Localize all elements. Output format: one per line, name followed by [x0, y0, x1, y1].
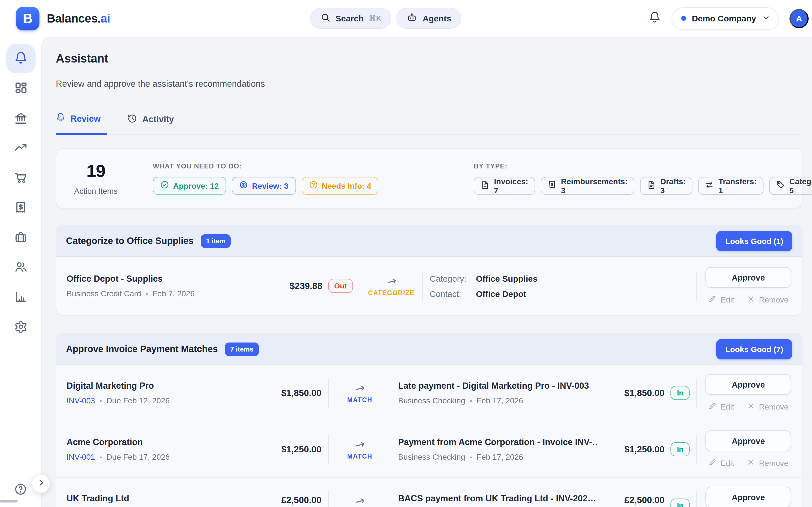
badge-approve-count[interactable]: Approve: 12	[153, 177, 226, 194]
notifications-button[interactable]	[649, 11, 661, 25]
badge-type-drafts[interactable]: Drafts: 3	[640, 177, 693, 194]
match-label: MATCH	[347, 453, 372, 460]
briefcase-icon	[14, 230, 28, 245]
company-switcher[interactable]: Demo Company	[672, 7, 779, 30]
approve-button[interactable]: Approve	[705, 374, 791, 395]
arrow-right-icon: →	[354, 382, 366, 395]
receipt-dollar-icon	[14, 200, 28, 216]
approve-button[interactable]: Approve	[705, 487, 791, 507]
remove-button[interactable]: Remove	[747, 458, 788, 468]
app-window: B Balances.ai Search ⌘K Agents	[0, 0, 812, 507]
close-icon	[747, 458, 755, 468]
pencil-icon	[708, 458, 717, 468]
sidebar-scrollbar-thumb[interactable]	[0, 500, 17, 503]
contact-value: Office Depot	[476, 289, 526, 298]
badge-needs-info-count[interactable]: Needs Info: 4	[301, 177, 378, 194]
pencil-icon	[708, 402, 717, 412]
transaction-name: Office Depot - Supplies	[66, 274, 247, 284]
sidebar-item-purchases[interactable]	[6, 163, 35, 193]
remove-button[interactable]: Remove	[747, 402, 788, 412]
transfer-arrows-icon	[705, 180, 714, 191]
edit-button[interactable]: Edit	[708, 458, 734, 468]
due-date: Due Feb 17, 2026	[107, 452, 170, 461]
badge-type-reimbursements[interactable]: Reimbursements: 3	[541, 177, 635, 194]
chevron-right-icon	[36, 478, 45, 489]
check-circle-icon	[160, 180, 169, 191]
looks-good-button[interactable]: Looks Good (1)	[716, 231, 792, 251]
sidebar-item-trends[interactable]	[6, 133, 35, 163]
payment-description: BACS payment from UK Trading Ltd - INV-2…	[398, 494, 598, 504]
badge-type-invoices[interactable]: Invoices: 7	[474, 177, 535, 194]
sidebar-item-settings[interactable]	[6, 313, 35, 342]
sidebar-item-reports[interactable]	[6, 283, 35, 312]
file-icon	[647, 180, 656, 191]
sidebar-expand-button[interactable]	[32, 474, 50, 493]
table-row: UK Trading Ltd INV-2024-020Due Feb 19, 2…	[56, 478, 802, 507]
vendor-name: Acme Corporation	[66, 437, 247, 447]
divider	[138, 160, 138, 196]
app-shell: Assistant Review and approve the assista…	[0, 37, 812, 507]
users-icon	[14, 260, 28, 275]
payment-amount: $1,850.00	[624, 388, 665, 398]
approve-button[interactable]: Approve	[705, 431, 791, 451]
transaction-amount: $239.88	[290, 281, 322, 291]
divider	[696, 435, 697, 464]
history-icon	[128, 114, 137, 125]
sidebar-item-dashboard[interactable]	[6, 74, 35, 103]
top-header: B Balances.ai Search ⌘K Agents	[0, 0, 812, 37]
badge-review-count[interactable]: Review: 3	[232, 177, 296, 194]
match-label: MATCH	[347, 397, 372, 403]
brand: B Balances.ai	[0, 6, 110, 30]
bar-chart-icon	[14, 290, 28, 305]
badge-type-transfers[interactable]: Transfers: 1	[698, 177, 763, 194]
tab-review[interactable]: Review	[56, 113, 107, 135]
sidebar-item-invoices[interactable]	[6, 193, 35, 223]
vendor-name: UK Trading Ltd	[66, 494, 247, 504]
edit-button[interactable]: Edit	[708, 402, 734, 412]
help-circle-icon	[309, 180, 318, 191]
section-title: Approve Invoice Payment Matches	[66, 344, 218, 354]
close-icon	[747, 295, 755, 305]
arrow-right-icon: →	[386, 275, 397, 288]
section-header: Approve Invoice Payment Matches 7 items …	[56, 334, 802, 365]
trending-up-icon	[14, 140, 28, 156]
sidebar-item-contacts[interactable]	[6, 253, 35, 282]
table-row: Acme Corporation INV-001Due Feb 17, 2026…	[56, 421, 802, 478]
direction-in-pill: In	[671, 442, 690, 456]
invoice-link[interactable]: INV-003	[66, 396, 95, 405]
payment-description: Late payment - Digital Marketing Pro - I…	[398, 381, 598, 391]
invoice-link[interactable]: INV-001	[66, 452, 95, 461]
table-row: Office Depot - Supplies Business Credit …	[56, 257, 802, 315]
badge-type-categories[interactable]: Categories: 5	[769, 177, 812, 194]
remove-button[interactable]: Remove	[747, 295, 788, 305]
edit-button[interactable]: Edit	[708, 295, 734, 305]
sidebar-item-notifications[interactable]	[6, 44, 35, 73]
search-button[interactable]: Search ⌘K	[310, 8, 392, 29]
search-icon	[320, 12, 331, 24]
due-date: Due Feb 12, 2026	[107, 396, 170, 405]
robot-icon	[407, 12, 417, 24]
payment-amount: $1,250.00	[624, 444, 665, 454]
account-name: Business Checking	[398, 452, 465, 461]
sidebar-item-banking[interactable]	[6, 104, 35, 133]
sidebar-item-assets[interactable]	[6, 223, 35, 252]
section-count-badge: 1 item	[201, 234, 231, 247]
payment-date: Feb 17, 2026	[477, 396, 523, 405]
looks-good-button[interactable]: Looks Good (7)	[716, 339, 792, 359]
category-value: Office Supplies	[476, 274, 538, 283]
approve-button[interactable]: Approve	[705, 267, 791, 288]
bell-icon	[14, 51, 28, 66]
user-avatar[interactable]: A	[790, 9, 809, 28]
agents-button[interactable]: Agents	[397, 8, 462, 29]
bank-icon	[14, 111, 28, 126]
invoice-amount: £2,500.00	[282, 495, 321, 505]
direction-in-pill: In	[671, 386, 690, 400]
table-row: Digital Marketing Pro INV-003Due Feb 12,…	[56, 365, 802, 421]
invoice-amount: $1,850.00	[282, 388, 321, 398]
chevron-down-icon	[762, 13, 770, 23]
dashboard-icon	[14, 81, 28, 96]
help-circle-icon	[14, 483, 27, 498]
search-shortcut: ⌘K	[369, 14, 382, 22]
app-logo[interactable]: B	[16, 6, 40, 30]
tab-activity[interactable]: Activity	[128, 113, 181, 135]
